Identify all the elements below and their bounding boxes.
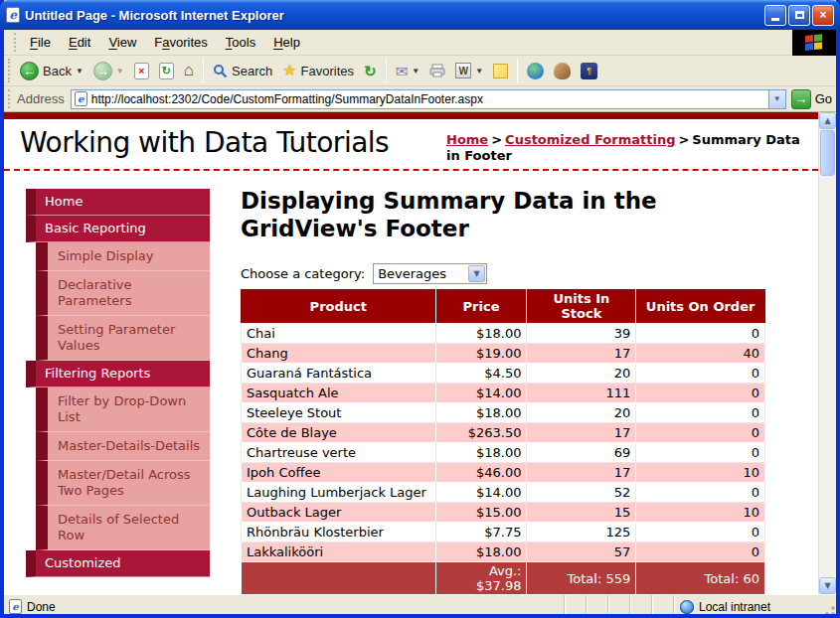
word-icon: W: [455, 63, 471, 78]
research-button[interactable]: [522, 61, 549, 81]
select-dropdown-icon[interactable]: ▼: [468, 265, 485, 282]
cell-value: $19.00: [435, 344, 527, 364]
resize-grip[interactable]: [822, 595, 836, 618]
addressbar-grip[interactable]: [8, 89, 13, 108]
stop-button[interactable]: ×: [129, 61, 154, 81]
globe-search-icon: [527, 63, 544, 79]
main-content: Displaying Summary Data in the GridView'…: [241, 187, 769, 595]
maximize-button[interactable]: [788, 5, 810, 26]
menu-item-tools[interactable]: Tools: [217, 32, 264, 53]
menu-item-favorites[interactable]: Favorites: [145, 32, 216, 53]
scroll-thumb[interactable]: [820, 130, 835, 176]
sidebar-item-home[interactable]: Home: [26, 189, 210, 216]
cell-product: Chang: [242, 344, 436, 364]
cell-value: 125: [527, 523, 636, 542]
address-url[interactable]: http://localhost:2302/Code/CustomFormatt…: [91, 92, 768, 106]
address-bar: Address e http://localhost:2302/Code/Cus…: [4, 86, 836, 112]
cell-value: 17: [527, 344, 636, 364]
sidebar-item-master-detail-across-two-pages[interactable]: Master/Detail Across Two Pages: [36, 461, 210, 506]
standard-toolbar: ← Back ▼ → ▼ × ↻ ⌂ Search ★ Favorites ↻ …: [4, 56, 836, 86]
category-select[interactable]: Beverages ▼: [373, 263, 487, 284]
sidebar-item-simple-display[interactable]: Simple Display: [36, 242, 210, 271]
edit-with-word-button[interactable]: W ▼: [450, 61, 488, 80]
cell-value: 17: [527, 463, 636, 483]
refresh-button[interactable]: ↻: [154, 61, 179, 81]
breadcrumb: Home>Customized Formatting>Summary Data …: [446, 126, 804, 165]
page-header: Working with Data Tutorials Home>Customi…: [4, 119, 818, 169]
status-empty-pane: [586, 595, 607, 618]
sidebar-item-customized[interactable]: Customized: [26, 550, 210, 577]
menu-item-view[interactable]: View: [99, 32, 145, 53]
back-dropdown-icon[interactable]: ▼: [76, 67, 84, 76]
search-companion-button[interactable]: [549, 61, 576, 81]
toolbar-separator: [203, 59, 204, 82]
edit-dropdown-icon[interactable]: ▼: [475, 67, 483, 76]
menu-item-file[interactable]: File: [21, 32, 60, 53]
page-top-stripe: [4, 112, 818, 119]
home-button[interactable]: ⌂: [179, 59, 199, 82]
sidebar-item-filter-by-drop-down-list[interactable]: Filter by Drop-Down List: [36, 387, 210, 432]
back-button[interactable]: ← Back ▼: [15, 60, 88, 82]
cell-value: 20: [527, 403, 636, 423]
cell-value: 52: [527, 483, 636, 503]
cell-value: $14.00: [435, 483, 527, 503]
close-button[interactable]: ×: [812, 5, 834, 26]
pixel-grid-icon: [607, 63, 624, 79]
cell-value: 0: [636, 324, 765, 344]
discuss-button[interactable]: [488, 62, 513, 80]
status-empty-pane: [564, 595, 586, 618]
toolbar-grip[interactable]: [8, 59, 13, 82]
address-field[interactable]: e http://localhost:2302/Code/CustomForma…: [71, 89, 786, 109]
toolbar-separator: [517, 59, 518, 82]
encarta-button[interactable]: ¶: [576, 61, 602, 81]
status-page-icon: e: [9, 599, 22, 614]
category-label: Choose a category:: [241, 266, 365, 281]
forward-dropdown-icon[interactable]: ▼: [116, 67, 124, 76]
dog-icon: [554, 63, 571, 79]
history-button[interactable]: ↻: [359, 62, 382, 80]
mail-icon: ✉: [396, 64, 409, 78]
table-row: Steeleye Stout$18.00200: [242, 403, 765, 423]
breadcrumb-home[interactable]: Home: [446, 132, 488, 147]
sidebar-item-details-of-selected-row[interactable]: Details of Selected Row: [36, 506, 210, 550]
go-button[interactable]: → Go: [791, 89, 832, 109]
menu-item-edit[interactable]: Edit: [60, 32, 99, 53]
messenger-button[interactable]: [602, 61, 629, 81]
cell-value: 69: [527, 443, 636, 463]
cell-value: $46.00: [435, 463, 527, 483]
zone-label: Local intranet: [699, 600, 770, 614]
vertical-scrollbar[interactable]: ▲ ▼: [818, 112, 836, 594]
forward-button[interactable]: → ▼: [88, 60, 129, 82]
books-icon: ¶: [581, 63, 597, 79]
cell-value: 15: [527, 503, 636, 523]
footer-cell: [242, 562, 436, 595]
cell-value: 40: [636, 344, 765, 364]
favorites-button[interactable]: ★ Favorites: [277, 61, 359, 80]
favorites-label: Favorites: [301, 64, 354, 78]
address-dropdown-button[interactable]: ▼: [768, 90, 785, 108]
mail-dropdown-icon[interactable]: ▼: [412, 67, 420, 76]
menubar-grip[interactable]: [14, 33, 19, 52]
table-row: Laughing Lumberjack Lager$14.00520: [242, 483, 765, 503]
cell-value: 17: [527, 423, 636, 443]
page-icon: e: [75, 91, 87, 106]
footer-cell: Total: 60: [636, 562, 765, 595]
minimize-button[interactable]: [764, 5, 786, 26]
status-pane: e Done: [4, 599, 564, 614]
sidebar-item-declarative-parameters[interactable]: Declarative Parameters: [36, 271, 210, 316]
menu-item-help[interactable]: Help: [264, 32, 309, 53]
scroll-down-button[interactable]: ▼: [819, 577, 836, 594]
sidebar-item-filtering-reports[interactable]: Filtering Reports: [26, 361, 210, 387]
cell-value: $4.50: [435, 364, 527, 384]
scroll-up-button[interactable]: ▲: [819, 112, 836, 129]
mail-button[interactable]: ✉ ▼: [391, 62, 425, 80]
sidebar-item-basic-reporting[interactable]: Basic Reporting: [26, 216, 210, 242]
print-button[interactable]: [424, 62, 450, 79]
cell-value: 0: [636, 483, 765, 503]
table-row: Lakkalikööri$18.00570: [242, 542, 765, 562]
breadcrumb-customized-formatting[interactable]: Customized Formatting: [505, 132, 675, 147]
site-title: Working with Data Tutorials: [20, 126, 446, 159]
sidebar-item-master-details-details[interactable]: Master-Details-Details: [36, 432, 210, 461]
sidebar-item-setting-parameter-values[interactable]: Setting Parameter Values: [36, 316, 210, 361]
search-button[interactable]: Search: [208, 62, 277, 80]
